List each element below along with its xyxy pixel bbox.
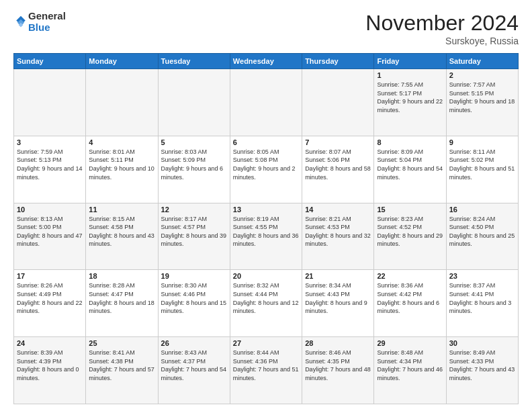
day-info: Sunrise: 8:26 AM Sunset: 4:49 PM Dayligh… xyxy=(17,281,83,315)
day-info: Sunrise: 8:24 AM Sunset: 4:50 PM Dayligh… xyxy=(449,215,515,248)
day-number: 29 xyxy=(377,339,443,347)
day-info: Sunrise: 7:57 AM Sunset: 5:15 PM Dayligh… xyxy=(449,81,515,114)
table-cell: 18Sunrise: 8:28 AM Sunset: 4:47 PM Dayli… xyxy=(86,270,158,337)
logo-blue-text: Blue xyxy=(28,22,66,34)
calendar-week-4: 17Sunrise: 8:26 AM Sunset: 4:49 PM Dayli… xyxy=(14,270,519,337)
calendar-week-5: 24Sunrise: 8:39 AM Sunset: 4:39 PM Dayli… xyxy=(14,337,519,404)
calendar-week-3: 10Sunrise: 8:13 AM Sunset: 5:00 PM Dayli… xyxy=(14,203,519,270)
day-number: 13 xyxy=(233,205,299,214)
calendar-table: Sunday Monday Tuesday Wednesday Thursday… xyxy=(13,53,519,404)
day-info: Sunrise: 8:32 AM Sunset: 4:44 PM Dayligh… xyxy=(233,281,299,315)
day-number: 7 xyxy=(305,138,371,146)
table-cell: 28Sunrise: 8:46 AM Sunset: 4:35 PM Dayli… xyxy=(302,337,374,404)
logo-text: General Blue xyxy=(28,11,66,33)
table-cell: 3Sunrise: 7:59 AM Sunset: 5:13 PM Daylig… xyxy=(14,136,86,203)
col-thursday: Thursday xyxy=(302,54,374,69)
day-info: Sunrise: 8:05 AM Sunset: 5:08 PM Dayligh… xyxy=(233,148,299,181)
col-wednesday: Wednesday xyxy=(230,54,302,69)
day-number: 15 xyxy=(377,205,443,214)
day-number: 28 xyxy=(305,339,371,347)
day-info: Sunrise: 8:49 AM Sunset: 4:33 PM Dayligh… xyxy=(449,349,515,382)
table-cell: 21Sunrise: 8:34 AM Sunset: 4:43 PM Dayli… xyxy=(302,270,374,337)
col-friday: Friday xyxy=(374,54,446,69)
day-number: 8 xyxy=(377,138,443,146)
title-block: November 2024 Surskoye, Russia xyxy=(365,11,519,46)
day-info: Sunrise: 8:41 AM Sunset: 4:38 PM Dayligh… xyxy=(89,349,154,382)
day-number: 27 xyxy=(233,339,299,347)
table-cell: 25Sunrise: 8:41 AM Sunset: 4:38 PM Dayli… xyxy=(86,337,158,404)
day-info: Sunrise: 8:13 AM Sunset: 5:00 PM Dayligh… xyxy=(17,215,83,248)
day-info: Sunrise: 8:09 AM Sunset: 5:04 PM Dayligh… xyxy=(377,148,443,181)
table-cell xyxy=(230,69,302,136)
day-info: Sunrise: 8:03 AM Sunset: 5:09 PM Dayligh… xyxy=(161,148,227,181)
table-cell: 16Sunrise: 8:24 AM Sunset: 4:50 PM Dayli… xyxy=(446,203,518,270)
table-cell: 17Sunrise: 8:26 AM Sunset: 4:49 PM Dayli… xyxy=(14,270,86,337)
day-number: 20 xyxy=(233,272,299,280)
table-cell: 9Sunrise: 8:11 AM Sunset: 5:02 PM Daylig… xyxy=(446,136,518,203)
table-cell: 12Sunrise: 8:17 AM Sunset: 4:57 PM Dayli… xyxy=(158,203,230,270)
table-cell: 13Sunrise: 8:19 AM Sunset: 4:55 PM Dayli… xyxy=(230,203,302,270)
day-number: 16 xyxy=(449,205,515,214)
day-number: 11 xyxy=(89,205,154,214)
day-info: Sunrise: 8:43 AM Sunset: 4:37 PM Dayligh… xyxy=(161,349,227,382)
table-cell: 15Sunrise: 8:23 AM Sunset: 4:52 PM Dayli… xyxy=(374,203,446,270)
table-cell: 26Sunrise: 8:43 AM Sunset: 4:37 PM Dayli… xyxy=(158,337,230,404)
day-number: 17 xyxy=(17,272,83,280)
table-cell: 5Sunrise: 8:03 AM Sunset: 5:09 PM Daylig… xyxy=(158,136,230,203)
day-number: 21 xyxy=(305,272,371,280)
logo: General Blue xyxy=(13,11,66,33)
header: General Blue November 2024 Surskoye, Rus… xyxy=(13,11,519,46)
location: Surskoye, Russia xyxy=(365,36,519,46)
table-cell: 23Sunrise: 8:37 AM Sunset: 4:41 PM Dayli… xyxy=(446,270,518,337)
day-number: 9 xyxy=(449,138,515,146)
day-info: Sunrise: 7:59 AM Sunset: 5:13 PM Dayligh… xyxy=(17,148,83,181)
col-monday: Monday xyxy=(86,54,158,69)
col-saturday: Saturday xyxy=(446,54,518,69)
table-cell xyxy=(302,69,374,136)
day-number: 30 xyxy=(449,339,515,347)
day-info: Sunrise: 8:34 AM Sunset: 4:43 PM Dayligh… xyxy=(305,281,371,315)
table-cell: 20Sunrise: 8:32 AM Sunset: 4:44 PM Dayli… xyxy=(230,270,302,337)
col-sunday: Sunday xyxy=(14,54,86,69)
month-title: November 2024 xyxy=(365,11,519,36)
day-info: Sunrise: 8:30 AM Sunset: 4:46 PM Dayligh… xyxy=(161,281,227,315)
calendar-week-2: 3Sunrise: 7:59 AM Sunset: 5:13 PM Daylig… xyxy=(14,136,519,203)
table-cell: 19Sunrise: 8:30 AM Sunset: 4:46 PM Dayli… xyxy=(158,270,230,337)
page: General Blue November 2024 Surskoye, Rus… xyxy=(0,0,532,411)
table-cell xyxy=(86,69,158,136)
table-cell: 27Sunrise: 8:44 AM Sunset: 4:36 PM Dayli… xyxy=(230,337,302,404)
day-info: Sunrise: 8:28 AM Sunset: 4:47 PM Dayligh… xyxy=(89,281,154,315)
day-info: Sunrise: 8:37 AM Sunset: 4:41 PM Dayligh… xyxy=(449,281,515,315)
day-number: 3 xyxy=(17,138,83,146)
day-number: 25 xyxy=(89,339,154,347)
logo-icon xyxy=(15,15,27,30)
day-number: 26 xyxy=(161,339,227,347)
day-info: Sunrise: 8:21 AM Sunset: 4:53 PM Dayligh… xyxy=(305,215,371,248)
day-info: Sunrise: 7:55 AM Sunset: 5:17 PM Dayligh… xyxy=(377,81,443,114)
day-info: Sunrise: 8:01 AM Sunset: 5:11 PM Dayligh… xyxy=(89,148,154,181)
day-number: 1 xyxy=(377,71,443,79)
day-info: Sunrise: 8:46 AM Sunset: 4:35 PM Dayligh… xyxy=(305,349,371,382)
day-number: 12 xyxy=(161,205,227,214)
day-number: 10 xyxy=(17,205,83,214)
day-info: Sunrise: 8:11 AM Sunset: 5:02 PM Dayligh… xyxy=(449,148,515,181)
day-info: Sunrise: 8:36 AM Sunset: 4:42 PM Dayligh… xyxy=(377,281,443,315)
table-cell: 7Sunrise: 8:07 AM Sunset: 5:06 PM Daylig… xyxy=(302,136,374,203)
day-info: Sunrise: 8:44 AM Sunset: 4:36 PM Dayligh… xyxy=(233,349,299,382)
calendar-week-1: 1Sunrise: 7:55 AM Sunset: 5:17 PM Daylig… xyxy=(14,69,519,136)
table-cell xyxy=(158,69,230,136)
day-number: 2 xyxy=(449,71,515,79)
table-cell: 30Sunrise: 8:49 AM Sunset: 4:33 PM Dayli… xyxy=(446,337,518,404)
day-number: 4 xyxy=(89,138,154,146)
table-cell xyxy=(14,69,86,136)
day-info: Sunrise: 8:17 AM Sunset: 4:57 PM Dayligh… xyxy=(161,215,227,248)
table-cell: 24Sunrise: 8:39 AM Sunset: 4:39 PM Dayli… xyxy=(14,337,86,404)
day-number: 19 xyxy=(161,272,227,280)
table-cell: 2Sunrise: 7:57 AM Sunset: 5:15 PM Daylig… xyxy=(446,69,518,136)
calendar-header-row: Sunday Monday Tuesday Wednesday Thursday… xyxy=(14,54,519,69)
day-info: Sunrise: 8:15 AM Sunset: 4:58 PM Dayligh… xyxy=(89,215,154,248)
day-number: 22 xyxy=(377,272,443,280)
table-cell: 8Sunrise: 8:09 AM Sunset: 5:04 PM Daylig… xyxy=(374,136,446,203)
day-number: 23 xyxy=(449,272,515,280)
col-tuesday: Tuesday xyxy=(158,54,230,69)
